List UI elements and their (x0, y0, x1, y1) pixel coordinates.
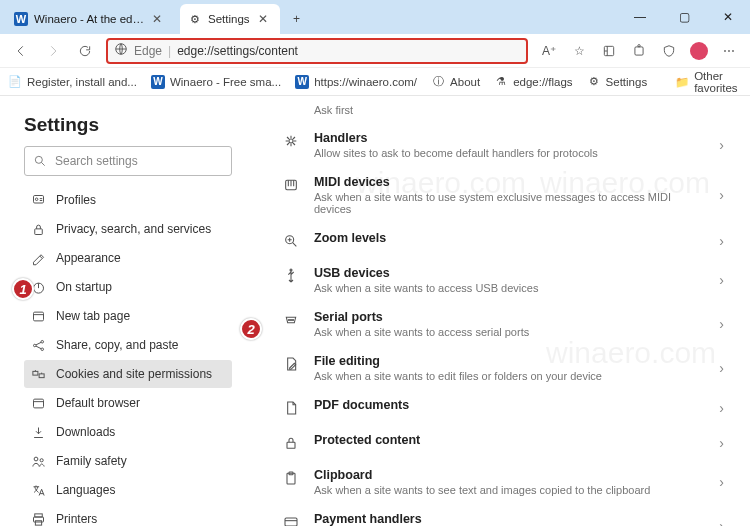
address-bar[interactable]: Edge | edge://settings/content (106, 38, 528, 64)
sidebar-item-label: Languages (56, 483, 115, 497)
svg-point-17 (40, 458, 43, 461)
row-title: PDF documents (314, 398, 705, 412)
bookmark-item[interactable]: Whttps://winaero.com/ (295, 75, 417, 89)
setting-row-serial[interactable]: Serial portsAsk when a site wants to acc… (252, 302, 744, 346)
sidebar-item-appearance[interactable]: Appearance (24, 244, 232, 272)
row-title: Protected content (314, 433, 705, 447)
minimize-button[interactable]: — (618, 0, 662, 34)
sidebar-item-label: Share, copy, and paste (56, 338, 179, 352)
annotation-badge-2: 2 (240, 318, 262, 340)
row-subtitle: Ask when a site wants to access serial p… (314, 326, 705, 338)
sidebar-item-browser[interactable]: Default browser (24, 389, 232, 417)
new-tab-button[interactable]: + (284, 6, 310, 32)
collections-icon[interactable] (594, 37, 624, 65)
bookmark-label: https://winaero.com/ (314, 76, 417, 88)
menu-button[interactable]: ⋯ (714, 37, 744, 65)
close-icon[interactable]: ✕ (150, 12, 164, 26)
svg-point-4 (35, 156, 42, 163)
search-placeholder: Search settings (55, 154, 138, 168)
usb-icon (282, 267, 300, 285)
setting-row-file[interactable]: File editingAsk when a site wants to edi… (252, 346, 744, 390)
content-area: Settings Search settings ProfilesPrivacy… (0, 96, 750, 526)
chevron-right-icon: › (719, 187, 724, 203)
page-title: Settings (24, 114, 232, 136)
back-button[interactable] (6, 37, 36, 65)
shield-icon[interactable] (654, 37, 684, 65)
svg-point-12 (41, 348, 44, 351)
info-icon: ⓘ (431, 75, 445, 89)
svg-rect-20 (35, 520, 41, 524)
setting-row-handlers[interactable]: HandlersAllow sites to ask to become def… (252, 123, 744, 167)
search-input[interactable]: Search settings (24, 146, 232, 176)
bookmark-item[interactable]: WWinaero - Free sma... (151, 75, 281, 89)
midi-icon (282, 176, 300, 194)
annotation-badge-1: 1 (12, 278, 34, 300)
favicon-winaero: W (151, 75, 165, 89)
chevron-right-icon: › (719, 233, 724, 249)
sidebar-item-newtab[interactable]: New tab page (24, 302, 232, 330)
sidebar-item-label: Cookies and site permissions (56, 367, 212, 381)
newtab-icon (30, 308, 46, 324)
svg-rect-9 (33, 312, 43, 321)
sidebar-item-label: On startup (56, 280, 112, 294)
row-title: Payment handlers (314, 512, 705, 526)
svg-point-6 (35, 198, 38, 201)
download-icon (30, 424, 46, 440)
settings-main[interactable]: Ask first HandlersAllow sites to ask to … (246, 96, 750, 526)
sidebar-item-permissions[interactable]: Cookies and site permissions (24, 360, 232, 388)
chevron-right-icon: › (719, 316, 724, 332)
setting-row-protected[interactable]: Protected content› (252, 425, 744, 460)
svg-point-10 (33, 344, 36, 347)
tab-winaero[interactable]: W Winaero - At the edge of tweak ✕ (6, 4, 174, 34)
bookmark-label: Register, install and... (27, 76, 137, 88)
sidebar-item-power[interactable]: On startup (24, 273, 232, 301)
forward-button[interactable] (38, 37, 68, 65)
handlers-icon (282, 132, 300, 150)
sidebar-item-printer[interactable]: Printers (24, 505, 232, 526)
setting-row-clipboard[interactable]: ClipboardAsk when a site wants to see te… (252, 460, 744, 504)
setting-row-usb[interactable]: USB devicesAsk when a site wants to acce… (252, 258, 744, 302)
bookmark-item[interactable]: ⚗edge://flags (494, 75, 572, 89)
sidebar-item-family[interactable]: Family safety (24, 447, 232, 475)
sidebar-item-profile[interactable]: Profiles (24, 186, 232, 214)
sidebar-item-lock[interactable]: Privacy, search, and services (24, 215, 232, 243)
refresh-button[interactable] (70, 37, 100, 65)
other-favorites[interactable]: 📁Other favorites (675, 70, 742, 94)
extensions-icon[interactable] (624, 37, 654, 65)
bookmark-item[interactable]: ⚙Settings (587, 75, 648, 89)
tab-title: Settings (208, 13, 250, 25)
sidebar-item-download[interactable]: Downloads (24, 418, 232, 446)
serial-icon (282, 311, 300, 329)
row-subtitle: Ask when a site wants to see text and im… (314, 484, 705, 496)
setting-row-payment[interactable]: Payment handlersAllow sites to install p… (252, 504, 744, 526)
sidebar-item-lang[interactable]: Languages (24, 476, 232, 504)
zoom-icon (282, 232, 300, 250)
row-title: Clipboard (314, 468, 705, 482)
sidebar-item-share[interactable]: Share, copy, and paste (24, 331, 232, 359)
protected-icon (282, 434, 300, 452)
toolbar: Edge | edge://settings/content A⁺ ☆ ⋯ (0, 34, 750, 68)
bookmark-item[interactable]: ⓘAbout (431, 75, 480, 89)
setting-row-zoom[interactable]: Zoom levels› (252, 223, 744, 258)
profile-avatar[interactable] (684, 37, 714, 65)
read-aloud-icon[interactable]: A⁺ (534, 37, 564, 65)
setting-row-midi[interactable]: MIDI devicesAsk when a site wants to use… (252, 167, 744, 223)
chevron-right-icon: › (719, 400, 724, 416)
sidebar-item-label: Profiles (56, 193, 96, 207)
profile-icon (30, 192, 46, 208)
close-icon[interactable]: ✕ (256, 12, 270, 26)
bookmark-item[interactable]: 📄Register, install and... (8, 75, 137, 89)
sidebar-item-label: Family safety (56, 454, 127, 468)
sidebar-item-label: Appearance (56, 251, 121, 265)
favorite-icon[interactable]: ☆ (564, 37, 594, 65)
close-window-button[interactable]: ✕ (706, 0, 750, 34)
tab-settings[interactable]: ⚙ Settings ✕ (180, 4, 280, 34)
maximize-button[interactable]: ▢ (662, 0, 706, 34)
row-title: File editing (314, 354, 705, 368)
bookmark-label: About (450, 76, 480, 88)
sidebar-item-label: Downloads (56, 425, 115, 439)
window-controls: — ▢ ✕ (618, 0, 750, 34)
chevron-right-icon: › (719, 137, 724, 153)
setting-row-pdf[interactable]: PDF documents› (252, 390, 744, 425)
gear-icon: ⚙ (587, 75, 601, 89)
